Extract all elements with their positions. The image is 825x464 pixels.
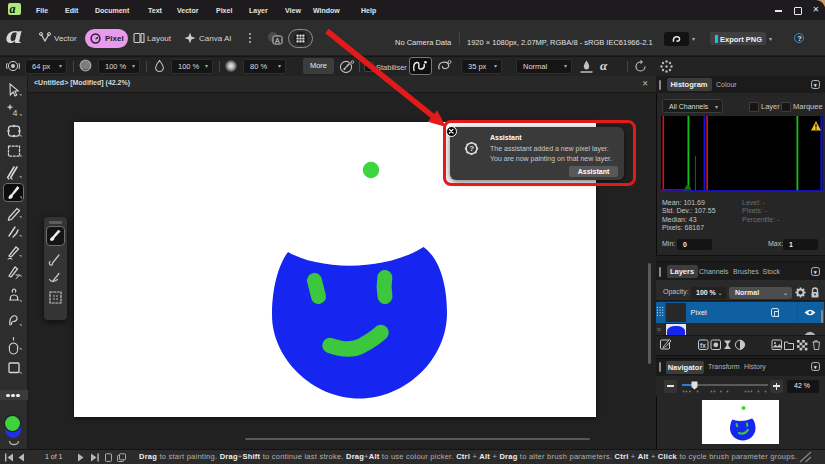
svg-text:A: A [275, 37, 280, 44]
svg-text:4: 4 [13, 108, 18, 118]
svg-text:fx: fx [700, 342, 706, 349]
